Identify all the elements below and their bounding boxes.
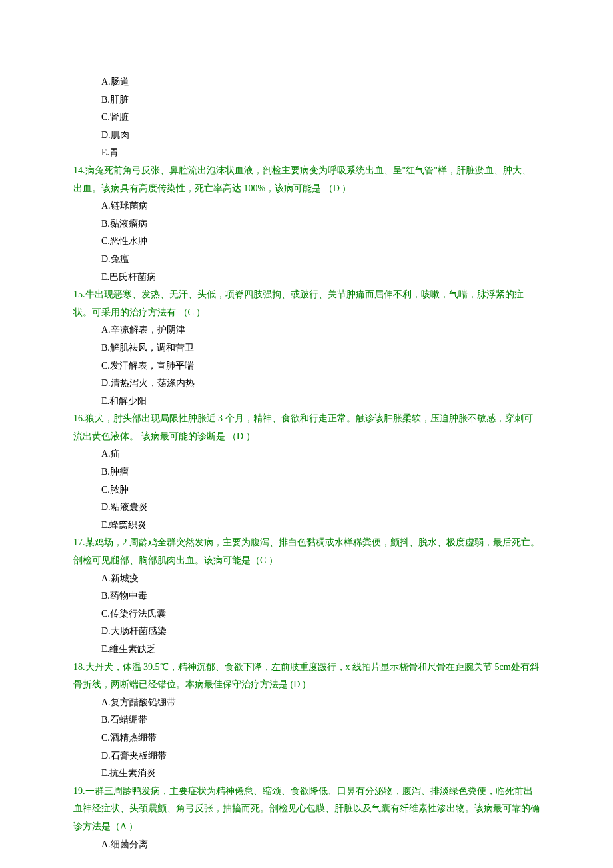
q15-option-e: E.和解少阳 xyxy=(73,393,540,411)
q14-option-b: B.黏液瘤病 xyxy=(73,215,540,233)
q17-option-d: D.大肠杆菌感染 xyxy=(73,623,540,641)
q19-text: 19.一群三周龄鸭发病，主要症状为精神倦怠、缩颈、食欲降低、口鼻有分泌物，腹泻、… xyxy=(73,783,540,836)
q16-option-a: A.疝 xyxy=(73,445,540,463)
q13-option-c: C.肾脏 xyxy=(73,109,540,127)
q13-option-d: D.肌肉 xyxy=(73,127,540,145)
q17-option-e: E.维生素缺乏 xyxy=(73,641,540,659)
q18-option-b: B.石蜡绷带 xyxy=(73,711,540,729)
q15-option-b: B.解肌祛风，调和营卫 xyxy=(73,339,540,357)
q15-option-d: D.清热泻火，荡涤内热 xyxy=(73,375,540,393)
q15-option-c: C.发汗解表，宣肺平喘 xyxy=(73,357,540,375)
q18-text: 18.大丹犬，体温 39.5℃，精神沉郁、食欲下降，左前肢重度跛行，x 线拍片显… xyxy=(73,659,540,694)
q13-option-a: A.肠道 xyxy=(73,73,540,91)
q16-text: 16.狼犬，肘头部出现局限性肿胀近 3 个月，精神、食欲和行走正常。触诊该肿胀柔… xyxy=(73,410,540,445)
q14-option-d: D.兔瘟 xyxy=(73,251,540,269)
q14-text: 14.病兔死前角弓反张、鼻腔流出泡沫状血液，剖检主要病变为呼吸系统出血、呈"红气… xyxy=(73,162,540,197)
q18-option-e: E.抗生素消炎 xyxy=(73,765,540,783)
q14-option-e: E.巴氏杆菌病 xyxy=(73,269,540,287)
q17-option-b: B.药物中毒 xyxy=(73,587,540,605)
q16-option-e: E.蜂窝织炎 xyxy=(73,517,540,535)
q19-option-a: A.细菌分离 xyxy=(73,836,540,854)
q16-option-b: B.肿瘤 xyxy=(73,463,540,481)
q16-option-d: D.粘液囊炎 xyxy=(73,499,540,517)
q13-option-b: B.肝脏 xyxy=(73,91,540,109)
q18-option-a: A.复方醋酸铅绷带 xyxy=(73,694,540,712)
q18-option-d: D.石膏夹板绷带 xyxy=(73,747,540,765)
q14-option-a: A.链球菌病 xyxy=(73,197,540,215)
q16-option-c: C.脓肿 xyxy=(73,481,540,499)
q13-option-e: E.胃 xyxy=(73,144,540,162)
q17-option-c: C.传染行法氏囊 xyxy=(73,605,540,623)
q15-option-a: A.辛凉解表，护阴津 xyxy=(73,321,540,339)
q17-text: 17.某鸡场，2 周龄鸡全群突然发病，主要为腹泻、排白色黏稠或水样稀粪便，颤抖、… xyxy=(73,534,540,569)
q17-option-a: A.新城疫 xyxy=(73,570,540,588)
q14-option-c: C.恶性水肿 xyxy=(73,233,540,251)
q15-text: 15.牛出现恶寒、发热、无汗、头低，项脊四肢强拘、或跛行、关节肿痛而屈伸不利，咳… xyxy=(73,286,540,321)
q18-option-c: C.酒精热绷带 xyxy=(73,729,540,747)
